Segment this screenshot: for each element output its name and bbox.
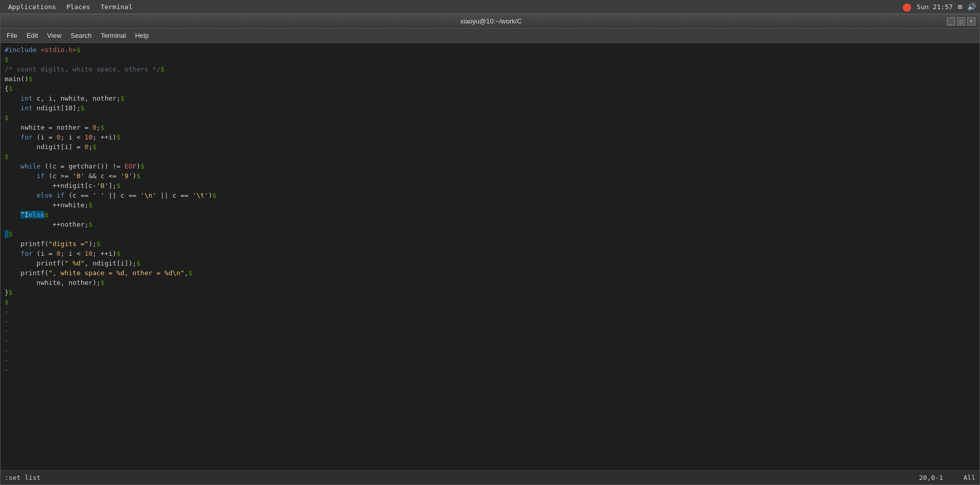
code-line-25: nwhite, nother);$ [5, 278, 975, 287]
system-time: Sun 21:57 [917, 3, 952, 11]
view-menu[interactable]: View [43, 30, 65, 41]
code-line-29: ~ [5, 317, 975, 326]
code-line-22: for (i = 0; i < 10; ++i)$ [5, 249, 975, 258]
file-menu[interactable]: File [3, 30, 21, 41]
code-line-24: printf(", white space = %d, other = %d\n… [5, 268, 975, 278]
code-line-21: printf("digits =");$ [5, 239, 975, 249]
code-line-28: ~ [5, 307, 975, 317]
code-line-23: printf(" %d", ndigit[i]);$ [5, 258, 975, 268]
code-line-13: while ((c = getchar()) != EOF)$ [5, 161, 975, 171]
code-line-7: int ndigit[10];$ [5, 103, 975, 113]
terminal-menu[interactable]: Terminal [96, 2, 137, 12]
close-button[interactable]: × [967, 17, 975, 26]
menu-bar: File Edit View Search Terminal Help [1, 29, 979, 43]
system-bar: Applications Places Terminal ⬤ Sun 21:57… [0, 0, 980, 14]
vim-command: :set list [5, 474, 40, 481]
places-menu[interactable]: Places [62, 2, 94, 12]
code-line-11: ndigit[i] = 0;$ [5, 142, 975, 152]
code-line-27: $ [5, 297, 975, 307]
help-menu[interactable]: Help [131, 30, 153, 41]
code-line-1: #include <stdio.h>$ [5, 45, 975, 55]
title-bar-controls: _ □ × [947, 17, 975, 26]
code-line-8: $ [5, 113, 975, 123]
code-line-3: /* count digits, white space, others */$ [5, 64, 975, 74]
code-line-18: ^Ielse$ [5, 210, 975, 220]
code-line-9: nwhite = nother = 0;$ [5, 123, 975, 132]
distro-icon: ⬤ [902, 2, 912, 12]
code-line-19: ++nother;$ [5, 220, 975, 229]
code-line-34: ~ [5, 365, 975, 375]
code-line-14: if (c >= '0' && c <= '9')$ [5, 171, 975, 181]
network-icon: ⊞ [958, 3, 962, 11]
code-line-33: ~ [5, 355, 975, 365]
sound-icon: 🔊 [967, 3, 976, 11]
title-bar: xiaoyu@10:~/work/C _ □ × [1, 14, 979, 29]
edit-menu[interactable]: Edit [22, 30, 42, 41]
search-menu[interactable]: Search [66, 30, 95, 41]
code-line-15: ++ndigit[c-'0'];$ [5, 181, 975, 190]
apps-menu[interactable]: Applications [4, 2, 60, 12]
code-line-6: int c, i, nwhite, nother;$ [5, 93, 975, 103]
system-bar-left: Applications Places Terminal [4, 2, 137, 12]
maximize-button[interactable]: □ [957, 17, 965, 26]
code-line-10: for (i = 0; i < 10; ++i)$ [5, 132, 975, 142]
code-line-12: $ [5, 152, 975, 161]
code-line-16: else if (c == ' ' || c == '\n' || c == '… [5, 190, 975, 200]
system-bar-right: ⬤ Sun 21:57 ⊞ 🔊 [902, 2, 976, 12]
editor-area[interactable]: #include <stdio.h>$ $ /* count digits, w… [1, 43, 979, 470]
status-bar: :set list 20,0-1 All [1, 470, 979, 484]
code-line-32: ~ [5, 346, 975, 355]
code-line-4: main()$ [5, 74, 975, 84]
code-line-20: $ [5, 229, 975, 239]
scroll-status: All [964, 474, 975, 481]
minimize-button[interactable]: _ [947, 17, 955, 26]
code-line-30: ~ [5, 326, 975, 336]
code-line-5: {$ [5, 84, 975, 93]
terminal-menu-item[interactable]: Terminal [97, 30, 130, 41]
title-bar-title: xiaoyu@10:~/work/C [35, 17, 947, 25]
cursor-position: 20,0-1 [919, 474, 943, 481]
code-line-26: }$ [5, 287, 975, 297]
code-line-31: ~ [5, 336, 975, 346]
code-line-17: ++nwhite;$ [5, 200, 975, 210]
code-line-2: $ [5, 55, 975, 64]
terminal-window: xiaoyu@10:~/work/C _ □ × File Edit View … [0, 14, 980, 485]
